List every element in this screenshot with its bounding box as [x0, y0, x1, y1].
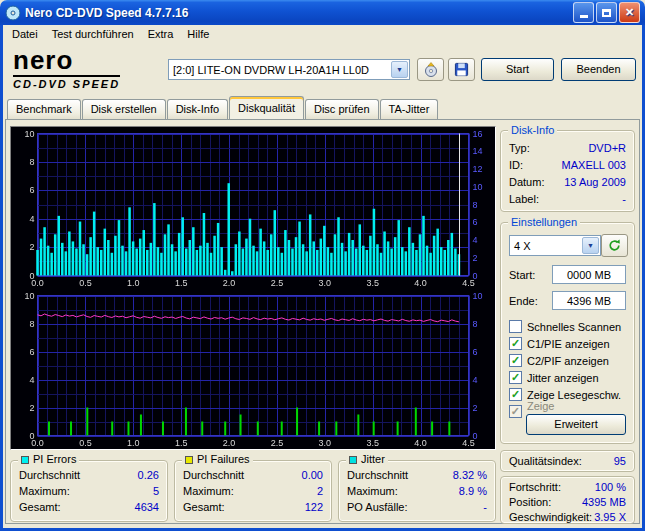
start-position-input[interactable] — [552, 265, 626, 284]
tab-diskqualitaet[interactable]: Diskqualität — [229, 96, 304, 119]
minimize-icon — [580, 15, 588, 18]
disk-info-group: Disk-Info Typ:DVD+R ID:MAXELL 003 Datum:… — [500, 130, 635, 212]
stat-row: PO Ausfälle:- — [339, 499, 495, 515]
menubar: Datei Test durchführen Extra Hilfe — [3, 25, 642, 43]
settings-title: Einstellungen — [508, 216, 580, 228]
position-row: Position:4395 MB — [501, 494, 634, 509]
quality-index-value: 95 — [614, 455, 626, 467]
speed-row: Geschwindigkeit:3.95 X — [501, 509, 634, 524]
pi-errors-group: PI Errors Durchschnitt0.26 Maximum:5 Ges… — [10, 460, 168, 522]
checkbox-label: Jitter anzeigen — [527, 372, 599, 384]
checkbox-label: C2/PIF anzeigen — [527, 355, 609, 367]
checkbox-icon[interactable]: ✓ — [509, 388, 522, 401]
save-button[interactable] — [448, 58, 475, 81]
disk-info-row-label: Label:- — [501, 190, 634, 207]
checkbox-schnelles-scannen[interactable]: Schnelles Scannen — [509, 319, 621, 334]
titlebar: Nero CD-DVD Speed 4.7.7.16 ✕ — [0, 0, 645, 25]
drive-select-value: [2:0] LITE-ON DVDRW LH-20A1H LL0D — [169, 64, 390, 76]
tabstrip: BenchmarkDisk erstellenDisk-InfoDiskqual… — [3, 96, 642, 119]
pi-errors-swatch — [21, 456, 29, 464]
app-window: Nero CD-DVD Speed 4.7.7.16 ✕ Datei Test … — [0, 0, 645, 531]
start-button[interactable]: Start — [481, 58, 554, 81]
pi-failures-group: PI Failures Durchschnitt0.00 Maximum:2 G… — [174, 460, 332, 522]
drive-select[interactable]: [2:0] LITE-ON DVDRW LH-20A1H LL0D ▼ — [168, 59, 410, 80]
quality-chart-panel — [10, 126, 496, 450]
app-icon — [5, 5, 21, 21]
start-position-row: Start: — [509, 265, 626, 284]
nero-logo: nero CD-DVD SPEED — [13, 47, 120, 90]
checkbox-jitter[interactable]: ✓ Jitter anzeigen — [509, 370, 599, 385]
menu-item-test-durchfuehren[interactable]: Test durchführen — [45, 27, 141, 41]
jitter-group: Jitter Durchschnitt8.32 % Maximum:8.9 % … — [338, 460, 496, 522]
end-position-label: Ende: — [509, 295, 538, 307]
tabpage-diskqualitaet: Disk-Info Typ:DVD+R ID:MAXELL 003 Datum:… — [5, 119, 640, 524]
progress-row: Fortschritt:100 % — [501, 479, 634, 494]
stat-row: Durchschnitt0.26 — [11, 467, 167, 483]
window-frame: Datei Test durchführen Extra Hilfe nero … — [0, 25, 645, 531]
tab-disk-info[interactable]: Disk-Info — [167, 99, 228, 119]
quality-index-panel: Qualitätsindex: 95 — [500, 450, 635, 472]
quality-index-label: Qualitätsindex: — [509, 455, 614, 467]
header: nero CD-DVD SPEED [2:0] LITE-ON DVDRW LH… — [3, 43, 642, 96]
tab-benchmark[interactable]: Benchmark — [7, 99, 81, 119]
refresh-button[interactable] — [601, 234, 628, 257]
nero-logo-text: nero — [13, 47, 120, 73]
cdspeed-logo-text: CD-DVD SPEED — [13, 75, 120, 90]
end-position-input[interactable] — [552, 291, 626, 310]
window-title: Nero CD-DVD Speed 4.7.7.16 — [25, 6, 573, 20]
jitter-swatch — [349, 456, 357, 464]
pie-errors-chart-canvas — [11, 127, 495, 289]
stat-row: Durchschnitt0.00 — [175, 467, 331, 483]
start-position-label: Start: — [509, 269, 535, 281]
stat-row: Durchschnitt8.32 % — [339, 467, 495, 483]
settings-group: Einstellungen 4 X ▼ Start: Ende: — [500, 222, 635, 444]
minimize-button[interactable] — [573, 2, 594, 23]
scan-speed-value: 4 X — [510, 240, 581, 252]
checkbox-label: Schnelles Scannen — [527, 321, 621, 333]
quality-index-row: Qualitätsindex: 95 — [501, 451, 634, 471]
eject-button[interactable] — [417, 58, 444, 81]
pi-errors-caption: PI Errors — [18, 453, 79, 465]
maximize-icon — [602, 9, 611, 17]
checkbox-c1-pie[interactable]: ✓ C1/PIE anzeigen — [509, 336, 610, 351]
checkbox-icon: ✓ — [509, 405, 522, 418]
checkbox-icon[interactable]: ✓ — [509, 337, 522, 350]
checkbox-label: C1/PIE anzeigen — [527, 338, 610, 350]
chevron-down-icon: ▼ — [391, 61, 408, 78]
stat-row: Maximum:2 — [175, 483, 331, 499]
close-button[interactable]: ✕ — [619, 2, 640, 23]
pi-failures-caption: PI Failures — [182, 453, 253, 465]
menu-item-datei[interactable]: Datei — [5, 27, 45, 41]
advanced-button[interactable]: Erweitert — [526, 414, 626, 435]
disk-info-row-typ: Typ:DVD+R — [501, 139, 634, 156]
pi-failures-swatch — [185, 456, 193, 464]
menu-item-hilfe[interactable]: Hilfe — [180, 27, 216, 41]
end-position-row: Ende: — [509, 291, 626, 310]
checkbox-icon[interactable]: ✓ — [509, 371, 522, 384]
quit-button[interactable]: Beenden — [561, 58, 636, 81]
checkbox-c2-pif[interactable]: ✓ C2/PIF anzeigen — [509, 353, 609, 368]
menu-item-extra[interactable]: Extra — [141, 27, 181, 41]
jitter-caption: Jitter — [346, 453, 388, 465]
stat-row: Maximum:8.9 % — [339, 483, 495, 499]
stat-row: Maximum:5 — [11, 483, 167, 499]
tab-disc-pruefen[interactable]: Disc prüfen — [305, 99, 379, 119]
maximize-button[interactable] — [596, 2, 617, 23]
checkbox-icon[interactable]: ✓ — [509, 354, 522, 367]
tab-disk-erstellen[interactable]: Disk erstellen — [82, 99, 166, 119]
disk-info-row-id: ID:MAXELL 003 — [501, 156, 634, 173]
disc-eject-icon — [423, 62, 439, 78]
stat-row: Gesamt:122 — [175, 499, 331, 515]
chevron-down-icon: ▼ — [582, 237, 599, 254]
disk-info-title: Disk-Info — [508, 124, 557, 136]
stat-row: Gesamt:4634 — [11, 499, 167, 515]
floppy-save-icon — [454, 62, 469, 77]
refresh-icon — [607, 238, 622, 253]
disk-info-row-datum: Datum:13 Aug 2009 — [501, 173, 634, 190]
jitter-pif-chart-canvas — [11, 289, 495, 449]
scan-speed-select[interactable]: 4 X ▼ — [509, 235, 601, 256]
checkbox-icon[interactable] — [509, 320, 522, 333]
tab-ta-jitter[interactable]: TA-Jitter — [380, 99, 439, 119]
progress-panel: Fortschritt:100 % Position:4395 MB Gesch… — [500, 476, 635, 524]
